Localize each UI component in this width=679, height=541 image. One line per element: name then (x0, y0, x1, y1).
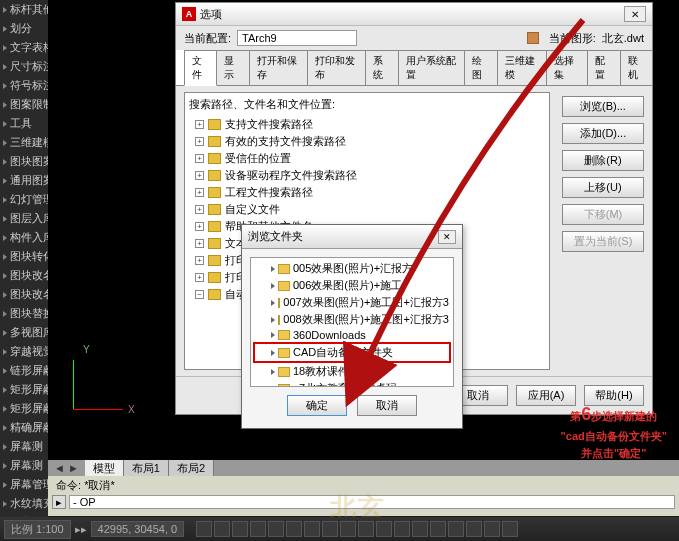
status-icon[interactable] (430, 521, 446, 537)
tab-3[interactable]: 打印和发布 (307, 50, 366, 85)
status-icon[interactable] (196, 521, 212, 537)
command-area: 命令: *取消* ▸ (48, 476, 679, 516)
sidebar-toolbox: 标杆其他划分文字表格尺寸标注符号标注图案限制工具三维建模图块图案通用图案幻灯管理… (0, 0, 48, 541)
sidebar-item[interactable]: 文字表格 (0, 38, 48, 57)
options-tabs: 文件显示打开和保存打印和发布系统用户系统配置绘图三维建模选择集配置联机 (176, 50, 652, 86)
tab-9[interactable]: 配置 (587, 50, 620, 85)
sidebar-item[interactable]: 图案限制 (0, 95, 48, 114)
status-arrows[interactable]: ▸▸ (75, 523, 87, 536)
movedown-button[interactable]: 下移(M) (562, 204, 644, 225)
folder-item[interactable]: CAD自动备份文件夹 (253, 342, 451, 363)
tree-item[interactable]: +工程文件搜索路径 (189, 184, 545, 201)
status-icon[interactable] (448, 521, 464, 537)
cmd-arrow-icon[interactable]: ▸ (52, 495, 66, 509)
tab-1[interactable]: 显示 (216, 50, 249, 85)
options-titlebar[interactable]: A 选项 ✕ (176, 3, 652, 26)
tree-item[interactable]: +有效的支持文件搜索路径 (189, 133, 545, 150)
sidebar-item[interactable]: 幻灯管理 (0, 190, 48, 209)
status-icon[interactable] (358, 521, 374, 537)
sidebar-item[interactable]: 链形屏蔽 (0, 361, 48, 380)
tab-5[interactable]: 用户系统配置 (398, 50, 466, 85)
status-icon[interactable] (286, 521, 302, 537)
sidebar-item[interactable]: 精确屏蔽 (0, 418, 48, 437)
close-button[interactable]: ✕ (624, 6, 646, 22)
sidebar-item[interactable]: 水纹填充 (0, 494, 48, 513)
folder-item[interactable]: 007效果图(照片)+施工图+汇报方3 (253, 294, 451, 311)
sidebar-item[interactable]: 图块转化 (0, 247, 48, 266)
tab-layout2[interactable]: 布局2 (169, 460, 214, 477)
sidebar-item[interactable]: 通用图案 (0, 171, 48, 190)
status-icon[interactable] (304, 521, 320, 537)
sidebar-item[interactable]: 标杆其他 (0, 0, 48, 19)
moveup-button[interactable]: 上移(U) (562, 177, 644, 198)
sidebar-item[interactable]: 图块图案 (0, 152, 48, 171)
folder-item[interactable]: 360Downloads (253, 328, 451, 342)
status-icon[interactable] (322, 521, 338, 537)
browse-folder-dialog: 浏览文件夹 ✕ 005效果图(照片)+汇报方006效果图(照片)+施工007效果… (241, 224, 463, 429)
browse-cancel-button[interactable]: 取消 (357, 395, 417, 416)
browse-titlebar[interactable]: 浏览文件夹 ✕ (242, 225, 462, 249)
sidebar-item[interactable]: 屏幕管理 (0, 475, 48, 494)
tree-item[interactable]: +设备驱动程序文件搜索路径 (189, 167, 545, 184)
add-button[interactable]: 添加(D)... (562, 123, 644, 144)
tab-10[interactable]: 联机 (620, 50, 653, 85)
sidebar-item[interactable]: 穿越视觉 (0, 342, 48, 361)
status-icon[interactable] (340, 521, 356, 537)
tab-4[interactable]: 系统 (365, 50, 398, 85)
sidebar-item[interactable]: 符号标注 (0, 76, 48, 95)
folder-item[interactable]: 008效果图(照片)+施工图+汇报方3 (253, 311, 451, 328)
browse-close-button[interactable]: ✕ (438, 230, 456, 244)
tree-item[interactable]: +受信任的位置 (189, 150, 545, 167)
sidebar-item[interactable]: 屏幕测 (0, 437, 48, 456)
x-axis-label: X (128, 404, 135, 415)
drawing-icon (527, 32, 539, 44)
folder-tree[interactable]: 005效果图(照片)+汇报方006效果图(照片)+施工007效果图(照片)+施工… (250, 257, 454, 387)
sidebar-item[interactable]: 划分 (0, 19, 48, 38)
tab-6[interactable]: 绘图 (464, 50, 497, 85)
status-icon[interactable] (502, 521, 518, 537)
sidebar-item[interactable]: 矩形屏蔽 (0, 380, 48, 399)
status-icon[interactable] (268, 521, 284, 537)
tab-layout1[interactable]: 布局1 (124, 460, 169, 477)
status-icon[interactable] (412, 521, 428, 537)
setcurrent-button[interactable]: 置为当前(S) (562, 231, 644, 252)
sidebar-item[interactable]: 多视图库 (0, 323, 48, 342)
status-icon[interactable] (394, 521, 410, 537)
sidebar-item[interactable]: 屏幕测 (0, 456, 48, 475)
status-icon[interactable] (232, 521, 248, 537)
browse-button[interactable]: 浏览(B)... (562, 96, 644, 117)
sidebar-item[interactable]: 三维建模 (0, 133, 48, 152)
browse-ok-button[interactable]: 确定 (287, 395, 347, 416)
delete-button[interactable]: 删除(R) (562, 150, 644, 171)
status-icon[interactable] (484, 521, 500, 537)
tab-8[interactable]: 选择集 (546, 50, 588, 85)
sidebar-item[interactable]: 图块改名 (0, 285, 48, 304)
sidebar-item[interactable]: 图层入库 (0, 209, 48, 228)
folder-item[interactable]: 18教材课件整合 (253, 363, 451, 380)
sidebar-item[interactable]: 图块改名 (0, 266, 48, 285)
tree-item[interactable]: +支持文件搜索路径 (189, 116, 545, 133)
sidebar-item[interactable]: 图块替换 (0, 304, 48, 323)
folder-item[interactable]: 006效果图(照片)+施工 (253, 277, 451, 294)
status-scale[interactable]: 比例 1:100 (4, 520, 71, 539)
status-icon[interactable] (250, 521, 266, 537)
tab-0[interactable]: 文件 (184, 50, 217, 86)
sidebar-item[interactable]: 构件入库 (0, 228, 48, 247)
status-icon[interactable] (466, 521, 482, 537)
tree-item[interactable]: +自定义文件 (189, 201, 545, 218)
sidebar-item[interactable]: 工具 (0, 114, 48, 133)
browse-title-text: 浏览文件夹 (248, 229, 303, 244)
status-icon[interactable] (376, 521, 392, 537)
tab-model[interactable]: 模型 (85, 460, 124, 477)
status-icon[interactable] (214, 521, 230, 537)
folder-item[interactable]: ··7北玄教育-秋增卓玛 (253, 380, 451, 387)
status-bar: 比例 1:100 ▸▸ 42995, 30454, 0 (0, 517, 679, 541)
sidebar-item[interactable]: 矩形屏蔽 (0, 399, 48, 418)
command-input[interactable] (69, 495, 675, 509)
tab-2[interactable]: 打开和保存 (249, 50, 308, 85)
folder-item[interactable]: 005效果图(照片)+汇报方 (253, 260, 451, 277)
tab-7[interactable]: 三维建模 (497, 50, 548, 85)
sidebar-item[interactable]: 尺寸标注 (0, 57, 48, 76)
instruction-text: 第6步选择新建的 "cad自动备份文件夹" 并点击"确定" (561, 401, 667, 461)
cmd-last: *取消* (84, 479, 115, 491)
